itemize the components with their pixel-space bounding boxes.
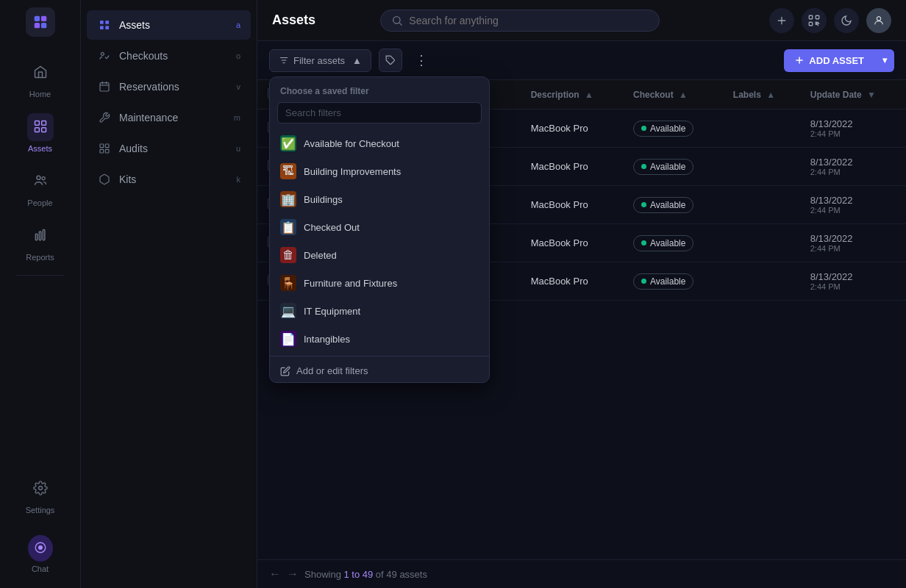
page-title: Assets [272, 12, 315, 28]
audits-shortcut: u [236, 144, 240, 153]
filter-item-deleted[interactable]: 🗑 Deleted [270, 241, 489, 269]
prev-page-button[interactable]: ← [269, 567, 281, 581]
sidebar-item-settings[interactable]: Settings [0, 467, 80, 522]
row-description: MacBook Pro [521, 224, 623, 262]
svg-rect-0 [34, 16, 39, 21]
row-description: MacBook Pro [521, 186, 623, 224]
svg-rect-24 [100, 149, 104, 153]
sidebar-item-people[interactable]: People [0, 160, 80, 215]
sidebar: Assets a Checkouts o Reservations v [81, 0, 257, 588]
row-labels [723, 148, 800, 186]
row-checkout-status: Available [623, 148, 723, 186]
svg-rect-11 [39, 232, 41, 240]
search-bar[interactable] [380, 10, 660, 32]
add-asset-button[interactable]: ADD ASSET ▾ [784, 49, 894, 72]
sidebar-nav-maintenance[interactable]: Maintenance m [87, 103, 251, 132]
sidebar-item-reports[interactable]: Reports [0, 215, 80, 269]
svg-rect-25 [105, 149, 109, 153]
filter-item-buildings[interactable]: 🏢 Buildings [270, 185, 489, 213]
filter-assets-button[interactable]: Filter assets ▲ [269, 49, 371, 72]
intangibles-filter-icon: 📄 [280, 331, 296, 347]
top-bar-actions [769, 8, 891, 33]
checkout-sort-icon: ▲ [679, 90, 688, 100]
svg-rect-23 [105, 144, 109, 148]
assets-shortcut: a [236, 21, 240, 29]
filter-item-intangibles[interactable]: 📄 Intangibles [270, 325, 489, 353]
filter-label: Filter assets [293, 55, 345, 66]
header-labels[interactable]: Labels ▲ [723, 80, 800, 110]
svg-point-20 [101, 52, 104, 55]
row-checkout-status: Available [623, 110, 723, 148]
reservations-icon [97, 79, 112, 94]
add-asset-label: ADD ASSET [809, 55, 864, 66]
sidebar-nav-reservations[interactable]: Reservations v [87, 72, 251, 101]
sidebar-nav-audits[interactable]: Audits u [87, 134, 251, 163]
sidebar-item-home[interactable]: Home [0, 51, 80, 106]
add-asset-dropdown-arrow[interactable]: ▾ [875, 49, 894, 71]
filter-item-available[interactable]: ✅ Available for Checkout [270, 129, 489, 157]
svg-rect-22 [100, 144, 104, 148]
add-edit-filters-button[interactable]: Add or edit filters [270, 359, 489, 382]
status-dot [641, 126, 646, 131]
svg-rect-28 [816, 15, 819, 19]
search-icon [391, 15, 403, 26]
qr-scan-button[interactable] [802, 8, 827, 33]
svg-rect-12 [43, 230, 45, 240]
sidebar-item-assets[interactable]: Assets [0, 106, 80, 160]
audits-sidebar-label: Audits [119, 143, 148, 154]
reports-nav-label: Reports [26, 253, 54, 262]
home-nav-label: Home [29, 90, 51, 98]
row-labels [723, 262, 800, 301]
sidebar-item-chat[interactable]: Chat [0, 528, 80, 581]
svg-point-8 [37, 176, 40, 179]
furniture-filter-label: Furniture and Fixtures [304, 278, 397, 289]
available-filter-label: Available for Checkout [304, 138, 399, 149]
status-dot [641, 240, 646, 245]
row-checkout-status: Available [623, 224, 723, 262]
header-description[interactable]: Description ▲ [521, 80, 623, 110]
kits-icon [97, 172, 112, 187]
filter-item-building-improvements[interactable]: 🏗 Building Improvements [270, 157, 489, 185]
pagination-text: Showing 1 to 49 of 49 assets [304, 569, 427, 580]
kits-sidebar-label: Kits [119, 173, 136, 185]
svg-point-15 [38, 545, 43, 550]
status-dot [641, 164, 646, 169]
row-description: MacBook Pro [521, 148, 623, 186]
kits-shortcut: k [237, 175, 241, 184]
header-update-date[interactable]: Update Date ▼ [800, 80, 906, 110]
user-avatar[interactable] [866, 8, 891, 33]
filter-item-furniture[interactable]: 🪑 Furniture and Fixtures [270, 269, 489, 297]
maintenance-sidebar-label: Maintenance [119, 112, 178, 123]
svg-rect-10 [35, 234, 38, 240]
tag-button[interactable] [379, 49, 402, 72]
checkouts-shortcut: o [236, 51, 240, 60]
header-checkout[interactable]: Checkout ▲ [623, 80, 723, 110]
next-page-button[interactable]: → [287, 567, 299, 581]
sidebar-nav-assets[interactable]: Assets a [87, 10, 251, 40]
checked-out-filter-icon: 📋 [280, 219, 296, 235]
app-logo [26, 7, 55, 37]
filter-search-input[interactable] [277, 102, 482, 123]
sidebar-nav-kits[interactable]: Kits k [87, 165, 251, 194]
filter-item-it-equipment[interactable]: 💻 IT Equipment [270, 297, 489, 325]
deleted-filter-label: Deleted [304, 250, 337, 261]
add-button[interactable] [769, 8, 794, 33]
available-filter-icon: ✅ [280, 135, 296, 151]
filter-item-checked-out[interactable]: 📋 Checked Out [270, 213, 489, 241]
sidebar-nav-checkouts[interactable]: Checkouts o [87, 41, 251, 71]
more-options-button[interactable]: ⋮ [410, 49, 433, 72]
row-update-date: 8/13/2022 2:44 PM [800, 148, 906, 186]
status-text: Available [650, 276, 685, 287]
svg-rect-17 [105, 21, 109, 24]
audits-icon [97, 141, 112, 156]
assets-icon [97, 18, 112, 32]
checked-out-filter-label: Checked Out [304, 222, 360, 233]
svg-rect-21 [100, 83, 109, 91]
svg-point-26 [393, 16, 400, 23]
add-edit-filters-label: Add or edit filters [296, 365, 368, 376]
deleted-filter-icon: 🗑 [280, 247, 296, 263]
assets-sidebar-label: Assets [119, 19, 150, 31]
search-input[interactable] [409, 15, 649, 26]
dropdown-header: Choose a saved filter [270, 77, 489, 102]
dark-mode-button[interactable] [834, 8, 859, 33]
